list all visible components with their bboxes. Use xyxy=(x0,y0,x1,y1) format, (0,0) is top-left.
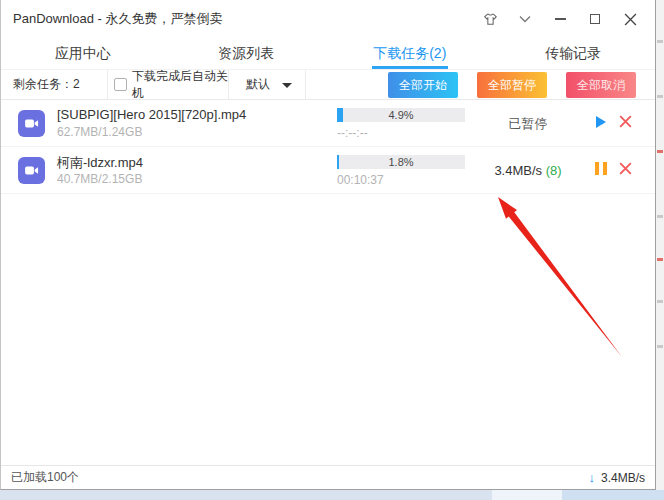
auto-shutdown-label: 下载完成后自动关机 xyxy=(132,68,228,102)
auto-shutdown-checkbox[interactable] xyxy=(114,78,127,91)
thread-count: (8) xyxy=(546,163,562,178)
progress-percent: 1.8% xyxy=(337,155,465,169)
background-speck xyxy=(657,150,663,153)
toolbar: 剩余任务：2 下载完成后自动关机 默认 全部开始 全部暂停 全部取消 xyxy=(1,70,655,100)
video-file-icon xyxy=(18,110,45,137)
progress-percent: 4.9% xyxy=(337,108,465,122)
app-window: PanDownload - 永久免费，严禁倒卖 应用中心 资源列表 下载任务(2… xyxy=(0,0,656,490)
tab-bar: 应用中心 资源列表 下载任务(2) 传输记录 xyxy=(1,38,655,70)
tab-resource-list[interactable]: 资源列表 xyxy=(165,38,329,69)
global-speed-value: 3.4MB/s xyxy=(601,471,645,485)
download-row[interactable]: [SUBPIG][Hero 2015][720p].mp4 62.7MB/1.2… xyxy=(1,100,655,147)
background-patch xyxy=(562,490,664,500)
resume-task-button[interactable] xyxy=(596,116,606,128)
start-all-button[interactable]: 全部开始 xyxy=(388,72,458,98)
progress-bar: 4.9% xyxy=(337,108,465,122)
file-name: [SUBPIG][Hero 2015][720p].mp4 xyxy=(57,107,246,122)
title-bar: PanDownload - 永久免费，严禁倒卖 xyxy=(1,0,655,38)
desktop-background-bottom xyxy=(0,490,664,500)
video-file-icon xyxy=(18,157,45,184)
theme-shirt-icon[interactable] xyxy=(479,8,501,30)
background-patch xyxy=(492,490,562,500)
caret-down-icon xyxy=(282,83,292,88)
file-name: 柯南-ldzxr.mp4 xyxy=(57,154,143,172)
mode-dropdown[interactable]: 默认 xyxy=(229,70,306,99)
background-speck xyxy=(657,215,663,218)
background-speck xyxy=(657,300,663,303)
close-button[interactable] xyxy=(619,8,641,30)
remove-task-button[interactable] xyxy=(618,161,633,176)
chevron-down-icon[interactable] xyxy=(514,8,536,30)
pause-all-button[interactable]: 全部暂停 xyxy=(477,72,547,98)
minimize-button[interactable] xyxy=(549,8,571,30)
task-status: 已暂停 xyxy=(469,100,587,147)
status-bar: 已加载100个 ↓ 3.4MB/s xyxy=(1,465,655,489)
speed-value: 3.4MB/s xyxy=(494,163,542,178)
auto-shutdown-option[interactable]: 下载完成后自动关机 xyxy=(108,70,229,99)
loaded-count: 已加载100个 xyxy=(11,469,79,486)
remaining-tasks-label: 剩余任务：2 xyxy=(1,70,108,99)
remove-task-button[interactable] xyxy=(618,114,633,129)
mode-dropdown-value: 默认 xyxy=(246,76,270,93)
remaining-time: 00:10:37 xyxy=(337,173,384,187)
cancel-all-button[interactable]: 全部取消 xyxy=(566,72,636,98)
background-speck xyxy=(657,258,663,261)
task-speed: 3.4MB/s (8) xyxy=(469,147,587,194)
background-speck xyxy=(657,345,663,348)
download-arrow-icon: ↓ xyxy=(588,470,595,485)
window-title: PanDownload - 永久免费，严禁倒卖 xyxy=(13,10,223,28)
file-size: 62.7MB/1.24GB xyxy=(57,125,142,139)
desktop-background-right xyxy=(656,0,664,490)
tab-app-center[interactable]: 应用中心 xyxy=(1,38,165,69)
background-speck xyxy=(657,95,663,98)
background-speck xyxy=(657,40,663,43)
remaining-time: --:--:-- xyxy=(337,126,368,140)
tab-transfer-history[interactable]: 传输记录 xyxy=(492,38,656,69)
download-row[interactable]: 柯南-ldzxr.mp4 40.7MB/2.15GB 1.8% 00:10:37… xyxy=(1,147,655,194)
download-list: [SUBPIG][Hero 2015][720p].mp4 62.7MB/1.2… xyxy=(1,100,655,194)
maximize-button[interactable] xyxy=(584,8,606,30)
global-speed: ↓ 3.4MB/s xyxy=(588,470,645,485)
progress-bar: 1.8% xyxy=(337,155,465,169)
window-controls xyxy=(479,8,641,30)
tab-download-tasks[interactable]: 下载任务(2) xyxy=(328,38,492,69)
file-size: 40.7MB/2.15GB xyxy=(57,172,142,186)
pause-task-button[interactable] xyxy=(595,162,607,175)
